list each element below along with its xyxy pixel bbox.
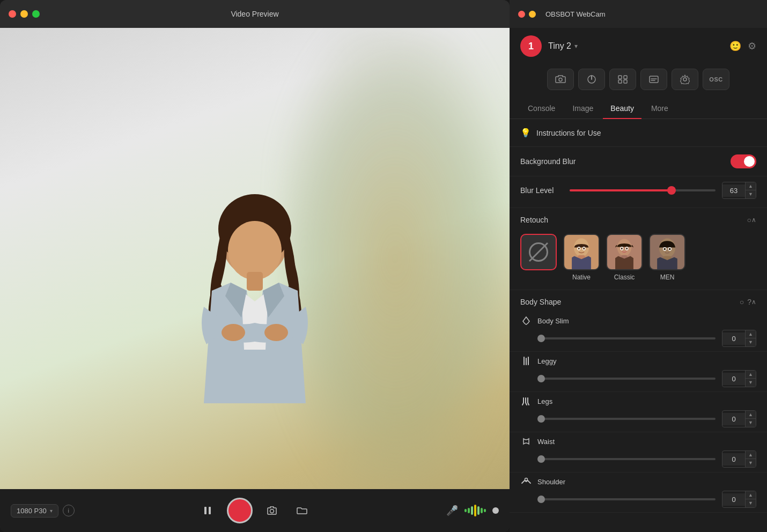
retouch-card-men[interactable]: MEN — [649, 234, 685, 281]
legs-up[interactable]: ▲ — [745, 411, 756, 419]
leggy-value-box: 0 ▲ ▼ — [722, 370, 756, 387]
blur-level-slider[interactable] — [570, 189, 716, 191]
audio-levels — [464, 505, 486, 516]
leggy-slider-row: 0 ▲ ▼ — [510, 368, 767, 392]
retouch-section-header[interactable]: Retouch ○ ∧ — [510, 208, 767, 230]
camera-tool-button[interactable] — [547, 69, 574, 90]
tab-more[interactable]: More — [644, 100, 676, 119]
svg-point-44 — [525, 478, 528, 481]
background-blur-toggle[interactable] — [731, 154, 756, 168]
body-slim-down[interactable]: ▼ — [745, 338, 756, 346]
tracking-tool-button[interactable] — [609, 69, 636, 90]
waist-feature: Waist 0 ▲ ▼ — [510, 432, 767, 472]
waist-slider[interactable] — [537, 458, 716, 460]
osc-tool-button[interactable]: OSC — [703, 69, 729, 90]
tab-beauty[interactable]: Beauty — [603, 100, 641, 119]
waist-icon — [520, 437, 532, 446]
blur-level-up[interactable]: ▲ — [745, 182, 756, 190]
window-controls — [9, 10, 40, 18]
device-row: 1 Tiny 2 ▾ 🙂 ⚙ — [510, 28, 767, 64]
leggy-down[interactable]: ▼ — [745, 379, 756, 387]
legs-slider-row: 0 ▲ ▼ — [510, 408, 767, 432]
subtitle-tool-button[interactable] — [640, 69, 667, 90]
folder-icon — [296, 506, 308, 515]
audio-bar-1 — [464, 509, 467, 512]
native-face-svg — [564, 234, 599, 270]
resolution-text: 1080 P30 — [17, 507, 47, 515]
legs-down[interactable]: ▼ — [745, 419, 756, 427]
legs-value: 0 — [722, 413, 745, 425]
tab-image[interactable]: Image — [565, 100, 601, 119]
device-name: Tiny 2 — [548, 41, 571, 51]
power-tool-button[interactable] — [578, 69, 605, 90]
body-shape-title: Body Shape — [520, 298, 736, 306]
info-button[interactable]: i — [63, 505, 75, 516]
leggy-label-row: Leggy — [510, 352, 767, 368]
blur-level-value: 63 — [722, 184, 745, 197]
screenshot-button[interactable] — [261, 500, 283, 521]
retouch-info-icon: ○ — [747, 216, 751, 224]
retouch-card-native[interactable]: Native — [563, 234, 600, 281]
legs-slider[interactable] — [537, 418, 716, 420]
body-slim-up[interactable]: ▲ — [745, 330, 756, 338]
shoulder-feature: Shoulder 0 ▲ ▼ — [510, 472, 767, 513]
retouch-card-classic[interactable]: Classic — [606, 234, 643, 281]
emoji-icon[interactable]: 🙂 — [729, 40, 741, 52]
retouch-title: Retouch — [520, 216, 744, 224]
body-slim-label: Body Slim — [537, 317, 569, 325]
retouch-card-none[interactable] — [520, 234, 557, 281]
obs-close-button[interactable] — [518, 11, 525, 18]
audio-dot — [492, 507, 499, 514]
blur-level-stepper: ▲ ▼ — [745, 182, 756, 198]
pause-button[interactable] — [197, 500, 218, 521]
video-content — [0, 28, 510, 489]
waist-value: 0 — [722, 453, 745, 466]
leggy-slider[interactable] — [537, 378, 716, 380]
record-button[interactable] — [227, 498, 253, 523]
leggy-value: 0 — [722, 373, 745, 385]
shoulder-up[interactable]: ▲ — [745, 491, 756, 499]
folder-button[interactable] — [291, 500, 313, 521]
svg-point-28 — [617, 239, 631, 256]
leggy-label: Leggy — [537, 357, 556, 365]
leggy-up[interactable]: ▲ — [745, 371, 756, 379]
blur-level-down[interactable]: ▼ — [745, 190, 756, 198]
shoulder-down[interactable]: ▼ — [745, 499, 756, 507]
close-button[interactable] — [9, 10, 16, 18]
slider-thumb[interactable] — [667, 186, 676, 195]
legs-thumb — [537, 415, 545, 423]
svg-point-5 — [264, 324, 288, 341]
video-controls-center — [197, 498, 313, 523]
maximize-button[interactable] — [32, 10, 40, 18]
instructions-row: 💡 Instructions for Use — [510, 119, 767, 147]
obsbot-titlebar: OBSBOT WebCam — [510, 0, 767, 28]
body-shape-section-header[interactable]: Body Shape ○ ? ∧ — [510, 290, 767, 312]
body-slim-slider-row: 0 ▲ ▼ — [510, 328, 767, 352]
waist-up[interactable]: ▲ — [745, 451, 756, 459]
resolution-selector[interactable]: 1080 P30 ▾ — [11, 504, 58, 518]
svg-point-2 — [228, 221, 282, 280]
video-preview-frame — [0, 28, 510, 489]
waist-thumb — [537, 455, 545, 463]
shoulder-thumb — [537, 496, 545, 503]
waist-value-box: 0 ▲ ▼ — [722, 450, 756, 468]
camera-icon — [267, 506, 277, 515]
device-icons: 🙂 ⚙ — [729, 40, 756, 52]
device-name-wrap[interactable]: Tiny 2 ▾ — [548, 41, 723, 51]
minimize-button[interactable] — [20, 10, 28, 18]
video-title: Video Preview — [231, 10, 278, 18]
shoulder-slider[interactable] — [537, 498, 716, 500]
gear-icon[interactable]: ⚙ — [748, 40, 756, 52]
subtitle-icon — [648, 75, 659, 84]
svg-point-4 — [222, 324, 245, 341]
svg-point-39 — [663, 248, 666, 250]
obs-minimize-button[interactable] — [529, 11, 536, 18]
body-slim-slider[interactable] — [537, 337, 716, 339]
no-filter-icon — [529, 242, 548, 262]
microphone-icon[interactable]: 🎤 — [446, 505, 458, 516]
svg-point-26 — [583, 248, 585, 250]
blur-level-label: Blur Level — [520, 186, 563, 195]
waist-down[interactable]: ▼ — [745, 459, 756, 467]
settings-tool-button[interactable] — [672, 69, 698, 90]
tab-console[interactable]: Console — [520, 100, 563, 119]
